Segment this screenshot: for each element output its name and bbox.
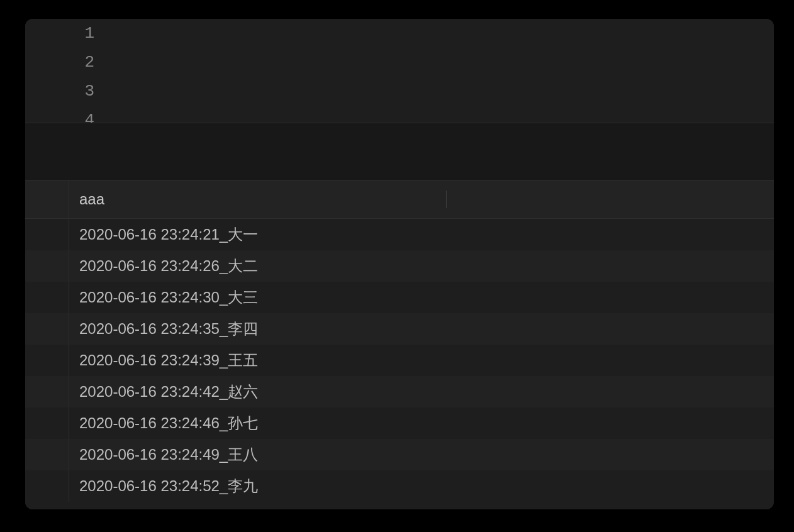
column-header-aaa[interactable]: aaa [69,191,774,208]
cell-aaa[interactable]: 2020-06-16 23:24:26_大二 [69,256,774,276]
results-header: aaa [25,180,774,219]
row-marker[interactable] [25,250,69,282]
table-row[interactable]: 2020-06-16 23:24:30_大三 [25,282,774,313]
column-resize-handle[interactable] [446,191,447,208]
results-pane: aaa 2020-06-16 23:24:21_大一 2020-06-16 23… [25,180,774,509]
row-marker[interactable] [25,282,69,313]
table-row[interactable]: 2020-06-16 23:24:21_大一 [25,219,774,250]
row-marker-header [25,180,69,218]
line-number: 3 [25,77,94,106]
table-row[interactable]: 2020-06-16 23:24:35_李四 [25,313,774,345]
table-row[interactable]: 2020-06-16 23:24:39_王五 [25,345,774,376]
code-area[interactable]: SELECT CONCAT_WS('_',birth,NAME) AS aaa … [113,19,774,123]
cell-aaa[interactable]: 2020-06-16 23:24:49_王八 [69,445,774,465]
row-marker[interactable] [25,376,69,407]
cell-aaa[interactable]: 2020-06-16 23:24:46_孙七 [69,413,774,433]
line-number: 2 [25,48,94,77]
row-marker[interactable] [25,313,69,345]
row-marker[interactable] [25,219,69,250]
cell-aaa[interactable]: 2020-06-16 23:24:42_赵六 [69,382,774,402]
cell-aaa[interactable]: 2020-06-16 23:24:21_大一 [69,224,774,245]
cell-aaa[interactable]: 2020-06-16 23:24:39_王五 [69,350,774,370]
column-header-label: aaa [79,191,104,208]
pane-divider[interactable] [25,123,774,180]
line-number-gutter: 1 2 3 4 [25,19,113,123]
cell-aaa[interactable]: 2020-06-16 23:24:35_李四 [69,319,774,339]
results-body[interactable]: 2020-06-16 23:24:21_大一 2020-06-16 23:24:… [25,219,774,509]
cell-aaa[interactable]: 2020-06-16 23:24:52_李九 [69,476,774,496]
row-marker[interactable] [25,345,69,376]
table-row[interactable]: 2020-06-16 23:24:26_大二 [25,250,774,282]
code-line[interactable] [113,77,774,106]
row-marker[interactable] [25,470,69,502]
sql-editor-window: 1 2 3 4 SELECT CONCAT_WS('_',birth,NAME)… [25,19,774,509]
table-row[interactable]: 2020-06-16 23:24:42_赵六 [25,376,774,407]
row-marker[interactable] [25,407,69,439]
row-marker[interactable] [25,439,69,470]
table-row[interactable]: 2020-06-16 23:24:49_王八 [25,439,774,470]
line-number: 1 [25,19,94,48]
table-row[interactable]: 2020-06-16 23:24:52_李九 [25,470,774,502]
table-row[interactable]: 2020-06-16 23:24:46_孙七 [25,407,774,439]
line-number: 4 [25,106,94,123]
editor-pane[interactable]: 1 2 3 4 SELECT CONCAT_WS('_',birth,NAME)… [25,19,774,123]
cell-aaa[interactable]: 2020-06-16 23:24:30_大三 [69,287,774,308]
